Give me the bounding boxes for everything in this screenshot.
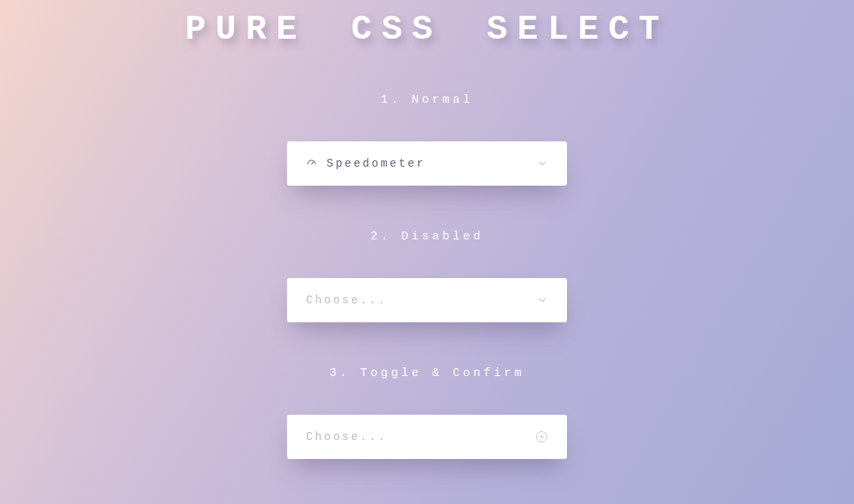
section-disabled: 2. Disabled Choose... [287, 230, 567, 322]
svg-line-0 [312, 162, 313, 164]
section-toggle: 3. Toggle & Confirm Choose... [287, 367, 567, 459]
select-toggle[interactable]: Choose... [287, 415, 567, 459]
select-normal[interactable]: Speedometer [287, 141, 567, 186]
chevron-down-icon [537, 158, 548, 169]
section-normal: 1. Normal Speedometer [287, 93, 567, 186]
select-disabled: Choose... [287, 278, 567, 322]
select-toggle-placeholder: Choose... [306, 431, 535, 443]
plus-circle-icon [535, 431, 548, 443]
select-disabled-placeholder: Choose... [306, 294, 537, 307]
section-label-normal: 1. Normal [380, 93, 473, 107]
section-label-toggle: 3. Toggle & Confirm [329, 367, 524, 380]
page-title: PURE CSS SELECT [185, 9, 669, 49]
section-label-disabled: 2. Disabled [370, 230, 483, 243]
chevron-down-icon [537, 295, 548, 306]
speedometer-icon [306, 158, 317, 169]
select-normal-value: Speedometer [327, 157, 537, 170]
